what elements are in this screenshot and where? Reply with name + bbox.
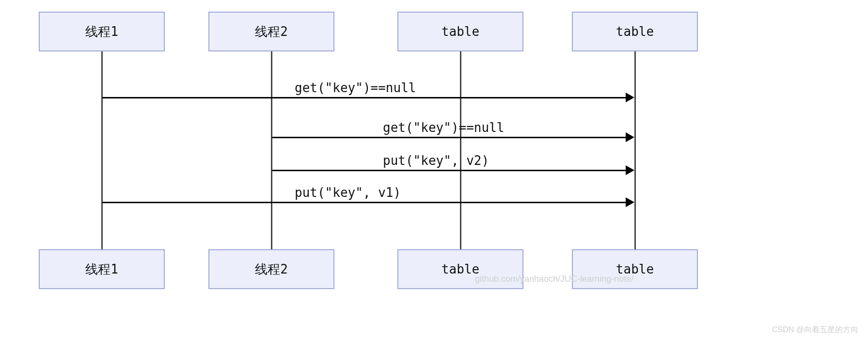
participant-label: table (442, 262, 479, 276)
arrowhead-icon (626, 132, 634, 142)
watermark-repo: github.com/yanhaoch/JUC-learning-note/ (475, 274, 633, 284)
participant-table1-top: table (397, 12, 523, 51)
participant-table2-top: table (572, 12, 698, 51)
lifeline-table2 (634, 51, 636, 249)
participant-label: table (616, 24, 654, 39)
message-arrow (272, 137, 626, 138)
participant-label: 线程2 (255, 23, 288, 40)
participant-thread2-top: 线程2 (208, 12, 334, 51)
participant-thread1-top: 线程1 (39, 12, 165, 51)
message-arrow (272, 170, 626, 171)
lifeline-thread1 (101, 51, 103, 249)
lifeline-table1 (460, 51, 461, 249)
participant-label: table (442, 24, 479, 39)
arrowhead-icon (626, 93, 634, 102)
message-label: get("key")==null (295, 81, 416, 95)
message-label: get("key")==null (383, 120, 504, 135)
participant-thread2-bottom: 线程2 (208, 249, 334, 289)
participant-label: 线程2 (255, 261, 288, 278)
message-label: put("key", v1) (295, 185, 401, 200)
lifeline-thread2 (271, 51, 272, 249)
arrowhead-icon (626, 197, 634, 207)
message-arrow (102, 202, 626, 203)
message-label: put("key", v2) (383, 153, 489, 168)
participant-thread1-bottom: 线程1 (39, 249, 165, 289)
arrowhead-icon (626, 165, 634, 175)
watermark-csdn: CSDN @向着五星的方向 (772, 325, 858, 335)
participant-label: 线程1 (85, 261, 118, 278)
message-arrow (102, 97, 626, 98)
participant-label: 线程1 (85, 23, 118, 40)
